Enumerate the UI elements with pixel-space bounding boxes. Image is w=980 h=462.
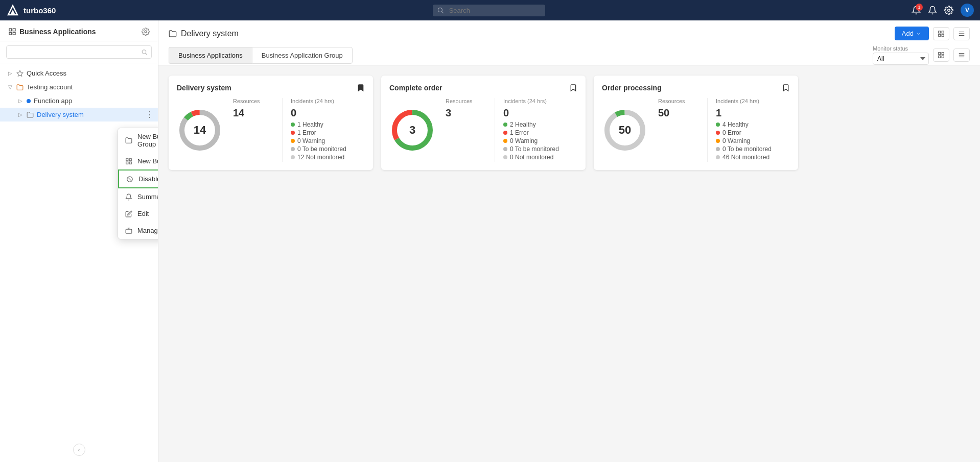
monitor-tile-view-button[interactable]: [933, 48, 949, 62]
stat-not-monitored-2: 0 Not monitored: [503, 154, 559, 161]
tab-business-applications[interactable]: Business Applications: [169, 47, 252, 64]
sidebar-settings-button[interactable]: [142, 28, 150, 36]
cards-area: Delivery system: [158, 65, 980, 180]
monitor-list-icon: [958, 52, 965, 59]
context-menu-item-edit[interactable]: Edit: [118, 205, 158, 222]
context-menu-edit-label: Edit: [137, 210, 149, 217]
settings-button[interactable]: [944, 6, 953, 15]
stat-warning-3: 0 Warning: [716, 137, 772, 144]
donut-center-value-complete-order: 3: [409, 124, 415, 137]
card-delivery-system: Delivery system: [169, 76, 373, 170]
context-menu-summary-label: Summary alerts: [137, 193, 158, 201]
divider-3: [707, 98, 708, 162]
incidents-label: Incidents (24 hrs): [291, 98, 346, 104]
donut-center-value: 14: [194, 124, 206, 137]
sidebar-item-quick-access[interactable]: ▷ Quick Access: [0, 66, 158, 80]
svg-rect-8: [13, 32, 15, 35]
management-icon: [125, 227, 132, 234]
sidebar-search: [0, 41, 158, 63]
stat-to-be-monitored: 0 To be monitored: [291, 145, 346, 153]
bookmark-filled-icon[interactable]: [357, 84, 365, 92]
sidebar-item-delivery-system[interactable]: ▷ Delivery system ⋮: [0, 108, 158, 121]
sidebar-item-function-app[interactable]: ▷ Function app: [0, 94, 158, 108]
monitor-status-wrapper: Monitor status All Monitored Not monitor…: [873, 45, 929, 65]
delivery-system-more-button[interactable]: ⋮: [146, 111, 154, 119]
stat-list-complete-order: 2 Healthy 1 Error 0 Warning 0 To be moni…: [503, 121, 559, 162]
bell-summary-icon: [125, 193, 132, 201]
bookmark-empty-icon[interactable]: [569, 84, 577, 92]
star-icon: [16, 70, 24, 77]
resources-value: 14: [233, 107, 274, 119]
tab-business-application-group[interactable]: Business Application Group: [252, 47, 353, 64]
alert-icon: [928, 6, 937, 15]
sidebar-search-input[interactable]: [6, 45, 152, 59]
logo-icon: [6, 4, 19, 17]
notification-badge: 1: [916, 4, 923, 11]
search-input[interactable]: [433, 5, 545, 16]
context-menu-item-disable-monitoring[interactable]: Disable monitoring: [118, 169, 158, 188]
divider: [282, 98, 283, 162]
incidents-value: 0: [291, 107, 346, 119]
resources-label-3: Resources: [658, 98, 699, 104]
sidebar-navigation: ▷ Quick Access ▽ Testing account ▷ Funct…: [0, 63, 158, 462]
context-menu-disable-label: Disable monitoring: [138, 175, 158, 183]
resources-label: Resources: [233, 98, 274, 104]
svg-rect-16: [126, 162, 128, 164]
page-title: Delivery system: [169, 29, 239, 38]
user-avatar[interactable]: V: [961, 4, 974, 17]
incidents-value-3: 1: [716, 107, 772, 119]
stat-error-3: 0 Error: [716, 129, 772, 136]
main-layout: Business Applications ▷ Quick Access ▽ T…: [0, 20, 980, 462]
chevron-down-icon: ▽: [8, 84, 12, 90]
main-header-top: Delivery system Add: [169, 27, 970, 40]
app-name: turbo360: [24, 6, 56, 15]
main-content: Delivery system Add: [158, 20, 980, 462]
sidebar-item-testing-account[interactable]: ▽ Testing account: [0, 80, 158, 94]
header-actions: Add: [895, 27, 970, 40]
card-header-complete-order: Complete order: [389, 84, 577, 92]
monitor-status-select[interactable]: All Monitored Not monitored: [873, 53, 929, 65]
notifications-button[interactable]: 1: [912, 6, 921, 15]
main-header: Delivery system Add: [158, 20, 980, 65]
stat-healthy-2: 2 Healthy: [503, 121, 559, 128]
view-tile-button[interactable]: [933, 27, 949, 40]
delivery-system-label: Delivery system: [37, 111, 84, 118]
app-logo[interactable]: turbo360: [6, 4, 56, 17]
monitor-tile-icon: [938, 52, 945, 59]
svg-rect-30: [939, 56, 941, 58]
list-view-icon: [958, 30, 965, 37]
svg-marker-12: [17, 70, 23, 76]
monitor-list-view-button[interactable]: [953, 48, 970, 62]
stat-not-monitored: 12 Not monitored: [291, 154, 346, 161]
main-tabs: Business Applications Business Applicati…: [169, 47, 353, 64]
add-button[interactable]: Add: [895, 27, 929, 40]
stat-not-monitored-3: 46 Not monitored: [716, 154, 772, 161]
card-body-order-processing: 50 Resources 50 Incidents (24 hrs) 1 4: [602, 98, 790, 162]
resources-col-2: Resources 3: [446, 98, 486, 162]
svg-line-19: [128, 177, 132, 181]
alert-button[interactable]: [928, 6, 937, 15]
svg-rect-7: [9, 32, 12, 35]
tab-actions: Monitor status All Monitored Not monitor…: [873, 45, 970, 65]
divider-2: [495, 98, 495, 162]
svg-rect-24: [942, 34, 944, 36]
top-navigation: turbo360 1 V: [0, 0, 980, 20]
context-menu-item-new-group[interactable]: New Business Application Group: [118, 128, 158, 153]
context-menu-new-app-label: New Business Application: [137, 157, 158, 165]
view-list-button[interactable]: [953, 27, 970, 40]
bookmark-empty-icon-3[interactable]: [782, 84, 790, 92]
chevron-down-btn-icon: [916, 31, 922, 37]
quick-access-label: Quick Access: [27, 69, 66, 77]
sidebar-collapse-button[interactable]: ‹: [73, 444, 85, 456]
card-body-delivery-system: 14 Resources 14 Incidents (24 hrs) 0: [177, 98, 365, 162]
sidebar-search-icon: [141, 49, 148, 56]
folder-open-icon: [16, 84, 24, 91]
context-menu-item-new-app[interactable]: New Business Application: [118, 153, 158, 169]
card-title-order-processing: Order processing: [602, 84, 662, 92]
context-menu-item-summary-alerts[interactable]: Summary alerts: [118, 188, 158, 205]
stat-list-order-processing: 4 Healthy 0 Error 0 Warning 0 To be moni…: [716, 121, 772, 162]
card-complete-order: Complete order 3: [381, 76, 586, 170]
edit-icon: [125, 210, 132, 217]
resources-col-3: Resources 50: [658, 98, 699, 162]
context-menu-item-management[interactable]: Management operation: [118, 222, 158, 239]
